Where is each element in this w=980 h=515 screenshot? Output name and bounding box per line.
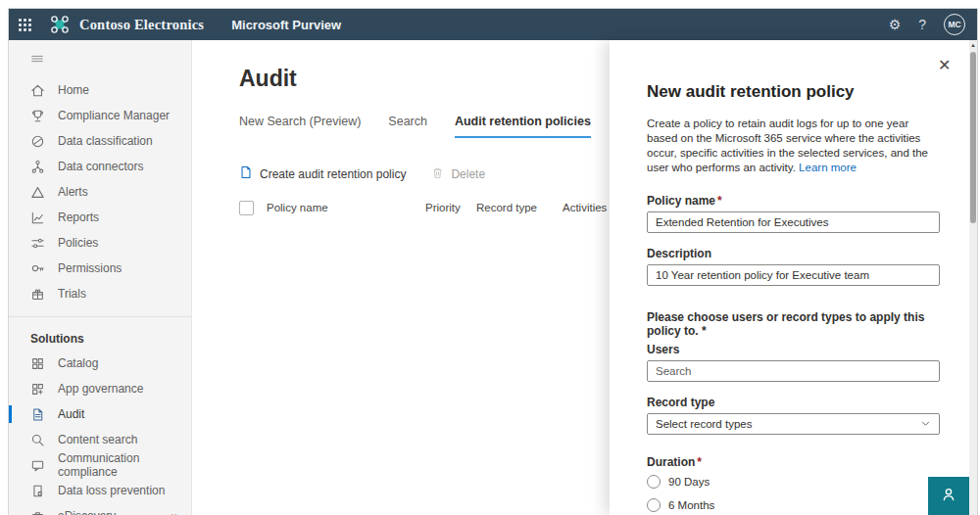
record-type-label: Record type bbox=[647, 396, 940, 409]
panel-scrollbar[interactable]: ▲ bbox=[969, 40, 977, 515]
scroll-up-icon[interactable]: ▲ bbox=[969, 42, 977, 48]
radio-icon bbox=[647, 475, 661, 489]
sidebar-item-permissions[interactable]: Permissions bbox=[9, 256, 191, 281]
close-icon[interactable]: ✕ bbox=[938, 56, 956, 73]
tab-audit-retention-policies[interactable]: Audit retention policies bbox=[455, 115, 591, 138]
users-search-input[interactable] bbox=[647, 360, 940, 382]
page-title: Audit bbox=[239, 66, 297, 92]
sidebar-item-catalog[interactable]: Catalog bbox=[9, 351, 191, 376]
column-priority[interactable]: Priority bbox=[425, 202, 476, 213]
sidebar-divider bbox=[9, 316, 191, 317]
sidebar-item-reports[interactable]: Reports bbox=[9, 205, 191, 230]
sidebar-item-content-search[interactable]: Content search bbox=[9, 427, 191, 452]
radio-90-days[interactable]: 90 Days bbox=[647, 475, 940, 489]
sidebar-item-data-classification[interactable]: Data classification bbox=[9, 128, 191, 154]
radio-6-months[interactable]: 6 Months bbox=[647, 498, 940, 512]
account-avatar[interactable]: MC bbox=[944, 14, 965, 35]
data-classification-icon bbox=[30, 134, 45, 149]
home-icon bbox=[30, 83, 45, 98]
tab-bar: New Search (Preview) Search Audit retent… bbox=[239, 115, 591, 138]
dlp-icon bbox=[30, 484, 45, 498]
select-all-checkbox[interactable] bbox=[239, 201, 254, 215]
panel-title: New audit retention policy bbox=[647, 82, 940, 102]
create-audit-retention-policy-button[interactable]: Create audit retention policy bbox=[239, 165, 406, 182]
column-policy-name[interactable]: Policy name bbox=[267, 202, 425, 213]
delete-button[interactable]: Delete bbox=[431, 166, 485, 182]
learn-more-link[interactable]: Learn more bbox=[799, 162, 857, 173]
communication-icon bbox=[30, 458, 45, 473]
policies-icon bbox=[30, 236, 45, 251]
required-asterisk: * bbox=[717, 194, 722, 208]
new-document-icon bbox=[239, 165, 253, 182]
permissions-icon bbox=[30, 261, 45, 276]
description-field[interactable] bbox=[647, 264, 940, 286]
sidebar-item-app-governance[interactable]: App governance bbox=[9, 376, 191, 401]
top-header: Contoso Electronics Microsoft Purview ⚙ … bbox=[9, 9, 977, 40]
compliance-manager-icon bbox=[30, 109, 45, 123]
ediscovery-icon bbox=[30, 509, 45, 515]
new-audit-retention-policy-panel: ✕ New audit retention policy Create a po… bbox=[610, 40, 969, 515]
trials-icon bbox=[30, 287, 45, 302]
gear-icon[interactable]: ⚙ bbox=[889, 18, 902, 31]
description-label: Description bbox=[647, 247, 940, 260]
help-icon[interactable]: ? bbox=[918, 18, 926, 31]
left-nav: Home Compliance Manager Data classificat… bbox=[9, 40, 192, 515]
column-record-type[interactable]: Record type bbox=[476, 202, 563, 213]
catalog-icon bbox=[30, 356, 45, 371]
sidebar-item-compliance-manager[interactable]: Compliance Manager bbox=[9, 103, 191, 128]
app-launcher-icon[interactable] bbox=[9, 9, 40, 40]
panel-description: Create a policy to retain audit logs for… bbox=[647, 117, 940, 175]
sidebar-item-trials[interactable]: Trials bbox=[9, 281, 191, 306]
duration-label: Duration* bbox=[647, 455, 940, 469]
tab-new-search[interactable]: New Search (Preview) bbox=[239, 115, 361, 138]
policy-name-label: Policy name* bbox=[647, 194, 940, 208]
audit-icon bbox=[30, 407, 45, 422]
sidebar-item-alerts[interactable]: Alerts bbox=[9, 179, 191, 205]
sidebar-item-audit[interactable]: Audit bbox=[9, 401, 191, 427]
chevron-down-icon[interactable]: ∨ bbox=[171, 511, 177, 515]
product-name: Microsoft Purview bbox=[231, 18, 341, 32]
sidebar-item-home[interactable]: Home bbox=[9, 77, 191, 103]
sidebar-item-communication-compliance[interactable]: Communication compliance bbox=[9, 452, 191, 478]
app-window: Contoso Electronics Microsoft Purview ⚙ … bbox=[8, 8, 978, 515]
feedback-button[interactable] bbox=[928, 477, 969, 515]
nav-collapse-icon[interactable] bbox=[9, 46, 191, 71]
policy-name-field[interactable] bbox=[647, 211, 940, 233]
contoso-logo-icon bbox=[48, 13, 72, 36]
reports-icon bbox=[30, 211, 45, 225]
sidebar-item-ediscovery[interactable]: eDiscovery ∨ bbox=[9, 503, 191, 515]
required-asterisk: * bbox=[697, 455, 702, 469]
brand-name: Contoso Electronics bbox=[79, 17, 204, 33]
alerts-icon bbox=[30, 185, 45, 200]
column-activities[interactable]: Activities bbox=[563, 202, 607, 213]
sidebar-item-data-connectors[interactable]: Data connectors bbox=[9, 154, 191, 179]
sidebar-item-policies[interactable]: Policies bbox=[9, 230, 191, 256]
sidebar-section-solutions: Solutions bbox=[9, 327, 191, 351]
users-label: Users bbox=[647, 343, 940, 356]
record-type-dropdown[interactable]: Select record types bbox=[647, 413, 940, 435]
sidebar-item-data-loss-prevention[interactable]: Data loss prevention bbox=[9, 478, 191, 503]
search-icon bbox=[30, 433, 45, 447]
tab-search[interactable]: Search bbox=[388, 115, 427, 138]
choose-users-label: Please choose users or record types to a… bbox=[647, 310, 940, 338]
scrollbar-thumb[interactable] bbox=[970, 52, 976, 223]
chevron-down-icon bbox=[920, 418, 931, 431]
app-governance-icon bbox=[30, 382, 45, 397]
person-feedback-icon bbox=[941, 487, 956, 506]
toolbar: Create audit retention policy Delete bbox=[239, 165, 485, 182]
trash-icon bbox=[431, 166, 444, 182]
data-connectors-icon bbox=[30, 160, 45, 174]
radio-icon bbox=[647, 498, 661, 512]
